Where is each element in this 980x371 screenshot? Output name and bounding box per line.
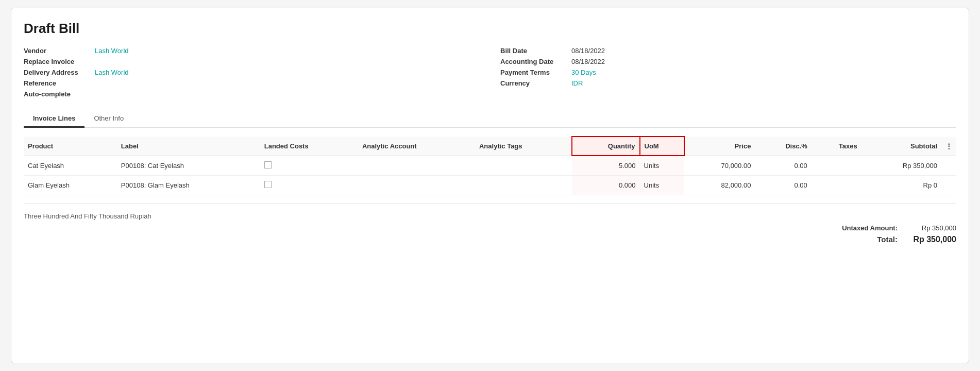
field-value[interactable]: Lash World — [95, 69, 129, 76]
page-title: Draft Bill — [24, 21, 956, 37]
field-row: Replace Invoice — [24, 58, 480, 65]
untaxed-label: Untaxed Amount: — [842, 224, 898, 232]
table-body: Cat EyelashP00108: Cat Eyelash5.000Units… — [24, 156, 956, 195]
tab-other-info[interactable]: Other Info — [85, 110, 133, 128]
field-row: Accounting Date08/18/2022 — [500, 58, 956, 65]
untaxed-value: Rp 350,000 — [910, 224, 956, 232]
field-label: Accounting Date — [500, 58, 567, 65]
footer-divider — [24, 204, 956, 204]
th-quantity: Quantity — [572, 137, 640, 156]
td-analytic_tags — [475, 175, 572, 195]
td-uom: Units — [640, 156, 684, 175]
th-analytic_tags: Analytic Tags — [475, 137, 572, 156]
table-header: ProductLabelLanded CostsAnalytic Account… — [24, 137, 956, 156]
td-landed_costs[interactable] — [260, 156, 358, 175]
field-row: Bill Date08/18/2022 — [500, 47, 956, 55]
td-product: Glam Eyelash — [24, 175, 117, 195]
field-value[interactable]: 30 Days — [571, 69, 596, 76]
td-analytic_tags — [475, 156, 572, 175]
totals-section: Untaxed Amount: Rp 350,000 Total: Rp 350… — [24, 224, 956, 244]
td-landed_costs[interactable] — [260, 175, 358, 195]
tabs-bar: Invoice LinesOther Info — [24, 110, 956, 128]
field-value[interactable]: IDR — [571, 79, 583, 87]
th-landed_costs: Landed Costs — [260, 137, 358, 156]
td-label: P00108: Glam Eyelash — [117, 175, 260, 195]
th-subtotal: Subtotal — [861, 137, 941, 156]
field-label: Replace Invoice — [24, 58, 91, 65]
field-value: 08/18/2022 — [571, 47, 605, 55]
field-label: Payment Terms — [500, 69, 567, 76]
td-actions — [941, 175, 956, 195]
draft-bill-card: Draft Bill VendorLash WorldReplace Invoi… — [11, 8, 969, 363]
td-actions — [941, 156, 956, 175]
td-quantity: 0.000 — [572, 175, 640, 195]
field-row: Delivery AddressLash World — [24, 69, 480, 76]
th-taxes: Taxes — [812, 137, 861, 156]
th-actions: ⋮ — [941, 137, 956, 156]
td-disc_pct: 0.00 — [755, 175, 811, 195]
td-analytic_account — [358, 175, 475, 195]
field-label: Vendor — [24, 47, 91, 55]
td-price: 82,000.00 — [684, 175, 755, 195]
header-left: VendorLash WorldReplace InvoiceDelivery … — [24, 47, 480, 98]
td-disc_pct: 0.00 — [755, 156, 811, 175]
field-row: CurrencyIDR — [500, 79, 956, 87]
field-row: Auto-complete — [24, 90, 480, 98]
total-value: Rp 350,000 — [910, 235, 956, 244]
field-value: 08/18/2022 — [571, 58, 605, 65]
field-label: Delivery Address — [24, 69, 91, 76]
td-uom: Units — [640, 175, 684, 195]
field-row: Payment Terms30 Days — [500, 69, 956, 76]
total-label: Total: — [877, 235, 898, 244]
td-price: 70,000.00 — [684, 156, 755, 175]
field-label: Bill Date — [500, 47, 567, 55]
th-uom: UoM — [640, 137, 684, 156]
th-analytic_account: Analytic Account — [358, 137, 475, 156]
untaxed-amount-row: Untaxed Amount: Rp 350,000 — [842, 224, 956, 232]
field-row: Reference — [24, 79, 480, 87]
td-taxes — [812, 175, 861, 195]
table-row: Cat EyelashP00108: Cat Eyelash5.000Units… — [24, 156, 956, 175]
header-right: Bill Date08/18/2022Accounting Date08/18/… — [500, 47, 956, 98]
checkbox-landed-costs[interactable] — [264, 181, 272, 188]
th-label: Label — [117, 137, 260, 156]
td-taxes — [812, 156, 861, 175]
th-price: Price — [684, 137, 755, 156]
th-disc_pct: Disc.% — [755, 137, 811, 156]
field-label: Reference — [24, 79, 91, 87]
field-row: VendorLash World — [24, 47, 480, 55]
grand-total-row: Total: Rp 350,000 — [877, 235, 956, 244]
invoice-table: ProductLabelLanded CostsAnalytic Account… — [24, 136, 956, 195]
td-analytic_account — [358, 156, 475, 175]
header-section: VendorLash WorldReplace InvoiceDelivery … — [24, 47, 956, 98]
checkbox-landed-costs[interactable] — [264, 161, 272, 168]
field-value[interactable]: Lash World — [95, 47, 129, 55]
td-label: P00108: Cat Eyelash — [117, 156, 260, 175]
table-row: Glam EyelashP00108: Glam Eyelash0.000Uni… — [24, 175, 956, 195]
td-subtotal: Rp 0 — [861, 175, 941, 195]
summary-text: Three Hundred And Fifty Thousand Rupiah — [24, 212, 956, 220]
field-label: Auto-complete — [24, 90, 91, 98]
field-label: Currency — [500, 79, 567, 87]
td-subtotal: Rp 350,000 — [861, 156, 941, 175]
td-product: Cat Eyelash — [24, 156, 117, 175]
td-quantity: 5.000 — [572, 156, 640, 175]
th-product: Product — [24, 137, 117, 156]
tab-invoice-lines[interactable]: Invoice Lines — [24, 110, 85, 128]
